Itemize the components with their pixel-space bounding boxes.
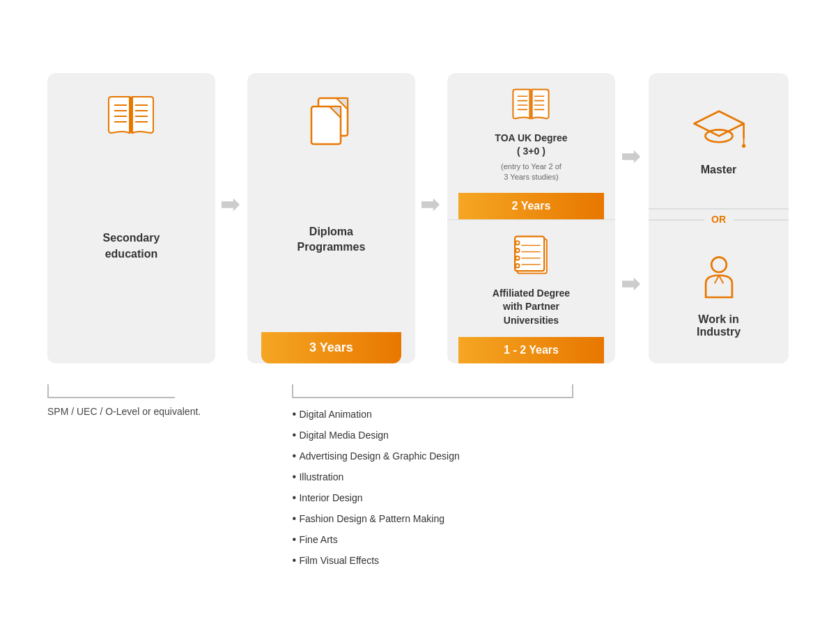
secondary-label: Secondary education <box>103 230 160 262</box>
affiliated-duration: 1 - 2 Years <box>458 337 604 363</box>
bracket-line-1 <box>47 384 175 398</box>
open-book-icon <box>509 87 553 123</box>
list-item: Digital Media Design <box>292 425 623 446</box>
card-diploma: Diploma Programmes 3 Years <box>247 73 415 364</box>
arrows-right-col <box>621 73 643 364</box>
programmes-list: Digital AnimationDigital Media DesignAdv… <box>292 404 623 571</box>
card-secondary: Secondary education <box>47 73 215 364</box>
toa-uk-duration: 2 Years <box>458 193 604 219</box>
list-item: Film Visual Effects <box>292 550 623 571</box>
diploma-label: Diploma Programmes <box>297 224 366 256</box>
list-item: Fine Arts <box>292 529 623 550</box>
programmes-section: Digital AnimationDigital Media DesignAdv… <box>286 384 628 571</box>
svg-line-40 <box>714 276 718 284</box>
svg-marker-9 <box>222 198 240 211</box>
list-item: Advertising Design & Graphic Design <box>292 446 623 466</box>
requirement-section: SPM / UEC / O-Level or equivalent. <box>42 384 265 571</box>
card-right: Master OR <box>649 73 789 364</box>
toa-uk-sub: (entry to Year 2 of 3 Years studies) <box>501 162 562 183</box>
list-item: Digital Animation <box>292 404 623 425</box>
toa-uk-label: TOA UK Degree ( 3+0 ) <box>495 132 567 159</box>
arrow-3-top <box>622 147 642 169</box>
svg-marker-32 <box>622 150 640 163</box>
flowchart: Secondary education Diplo <box>42 73 794 364</box>
requirement-text: SPM / UEC / O-Level or equivalent. <box>47 404 260 419</box>
svg-marker-12 <box>421 198 440 211</box>
svg-marker-33 <box>622 278 640 291</box>
svg-line-41 <box>719 276 723 284</box>
list-item: Illustration <box>292 466 623 487</box>
work-label: Work in Industry <box>697 313 741 338</box>
right-sub-master: Master <box>649 73 789 210</box>
or-text: OR <box>704 214 733 225</box>
sub-card-affiliated: Affiliated Degree with Partner Universit… <box>447 220 615 364</box>
svg-point-39 <box>711 258 727 273</box>
master-label: Master <box>701 164 737 176</box>
arrow-1 <box>221 195 242 214</box>
main-container: Secondary education Diplo <box>35 59 801 586</box>
person-icon <box>697 253 741 304</box>
affiliated-label: Affiliated Degree with Partner Universit… <box>493 287 570 328</box>
list-item: Interior Design <box>292 487 623 508</box>
graduation-cap-icon <box>691 105 747 154</box>
bottom-section: SPM / UEC / O-Level or equivalent. Digit… <box>42 384 794 571</box>
or-divider: OR <box>649 210 789 229</box>
arrow-3-bottom <box>622 274 642 297</box>
arrow-2 <box>421 195 442 214</box>
book-icon <box>103 94 159 139</box>
svg-marker-34 <box>694 111 743 136</box>
diploma-icon <box>306 94 356 150</box>
bracket-line-2 <box>292 384 573 398</box>
diploma-duration: 3 Years <box>261 332 401 363</box>
sub-card-toa: TOA UK Degree ( 3+0 ) (entry to Year 2 o… <box>447 73 615 220</box>
card-double: TOA UK Degree ( 3+0 ) (entry to Year 2 o… <box>447 73 615 364</box>
notebook-icon <box>509 234 553 278</box>
list-item: Fashion Design & Pattern Making <box>292 508 623 529</box>
svg-point-38 <box>741 143 745 147</box>
right-sub-work: Work in Industry <box>649 229 789 364</box>
